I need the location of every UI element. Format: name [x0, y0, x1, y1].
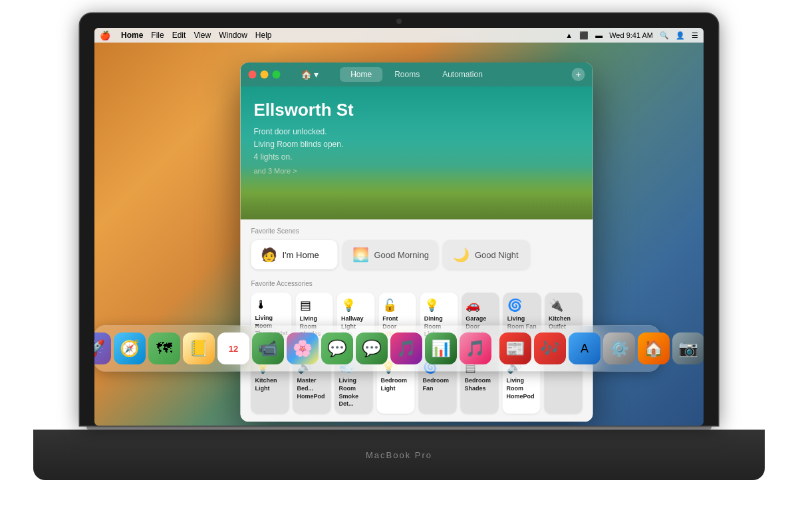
macbook-frame: 🍎 Home File Edit View Window Help ▲ ⬛ ▬ …: [33, 13, 765, 519]
lr-fan-icon: 🌀: [507, 298, 522, 313]
airplay-icon: ⬛: [579, 31, 589, 40]
minimize-button[interactable]: [261, 70, 269, 78]
hallway-light-icon: 💡: [341, 298, 356, 313]
im-home-label: I'm Home: [283, 250, 319, 260]
good-night-label: Good Night: [475, 250, 519, 260]
dock-area: MacBook Pro: [33, 426, 765, 480]
dock-itunesstore[interactable]: 🎵: [390, 332, 422, 364]
tab-automation[interactable]: Automation: [432, 67, 493, 82]
dock-numbers[interactable]: 📊: [425, 332, 457, 364]
thermostat-icon: 🌡: [255, 298, 267, 312]
smoke-det-name: Living Room Smoke Det...: [339, 377, 369, 408]
kitchen-outlet-icon: 🔌: [549, 298, 563, 313]
file-menu[interactable]: File: [151, 31, 164, 40]
dock-itunes[interactable]: 🎵: [460, 332, 491, 364]
dock-camera[interactable]: 📷: [672, 332, 704, 364]
garage-icon: 🚗: [466, 298, 480, 313]
good-morning-label: Good Morning: [374, 250, 429, 260]
close-button[interactable]: [249, 70, 257, 78]
dock-facetime[interactable]: 📹: [252, 332, 284, 364]
dock-notes[interactable]: 📒: [183, 332, 215, 364]
dock-music[interactable]: 🎶: [534, 332, 566, 364]
screen-bezel: 🍎 Home File Edit View Window Help ▲ ⬛ ▬ …: [80, 13, 718, 426]
dock-calendar[interactable]: 12: [217, 332, 249, 364]
bedroom-light-name: Bedroom Light: [381, 377, 411, 392]
bedroom-fan-name: Bedroom Fan: [423, 377, 453, 392]
macbook-label: MacBook Pro: [366, 450, 432, 460]
master-homepod-name: Master Bed... HomePod: [297, 377, 327, 400]
im-home-icon: 🧑: [261, 247, 277, 263]
scene-im-home[interactable]: 🧑 I'm Home: [251, 240, 338, 269]
dock: 🖥 🎤 🚀 🧭 🗺 📒 12 📹 🌸 💬 💬 🎵 📊 🎵 📰: [94, 326, 660, 371]
good-morning-icon: 🌅: [352, 247, 369, 263]
good-night-icon: 🌙: [453, 247, 469, 263]
location-title: Ellsworth St: [254, 100, 580, 120]
hero-overlay: [241, 140, 593, 219]
help-menu[interactable]: Help: [255, 31, 272, 40]
dock-launchpad[interactable]: 🚀: [94, 332, 111, 364]
dock-news[interactable]: 📰: [499, 332, 531, 364]
battery-icon: ▬: [595, 31, 602, 39]
dock-safari[interactable]: 🧭: [114, 332, 146, 364]
dock-messages[interactable]: 💬: [321, 332, 353, 364]
scene-good-morning[interactable]: 🌅 Good Morning: [343, 240, 438, 269]
window-tabs: Home Rooms Automation: [340, 67, 493, 82]
scenes-section: Favorite Scenes 🧑 I'm Home 🌅 Good Mornin…: [241, 219, 593, 275]
tab-rooms[interactable]: Rooms: [384, 67, 430, 82]
hero-section: Ellsworth St Front door unlocked. Living…: [241, 86, 593, 219]
desktop: 🍎 Home File Edit View Window Help ▲ ⬛ ▬ …: [94, 28, 704, 426]
user-icon: 👤: [676, 31, 685, 40]
window-titlebar: 🏠 ▾ Home Rooms Automation +: [241, 63, 593, 86]
macbook-chin: MacBook Pro: [33, 430, 765, 480]
home-nav-icon[interactable]: 🏠 ▾: [301, 69, 319, 80]
list-icon[interactable]: ☰: [692, 31, 698, 40]
camera: [396, 19, 402, 24]
edit-menu[interactable]: Edit: [172, 31, 186, 40]
scenes-label: Favorite Scenes: [251, 227, 583, 235]
window-menu[interactable]: Window: [219, 31, 247, 40]
screen: 🍎 Home File Edit View Window Help ▲ ⬛ ▬ …: [94, 28, 704, 426]
dining-light-icon: 💡: [424, 298, 439, 313]
search-icon[interactable]: 🔍: [660, 31, 669, 40]
dock-appstore[interactable]: A: [569, 332, 600, 364]
front-door-icon: 🔓: [382, 298, 397, 313]
scenes-grid: 🧑 I'm Home 🌅 Good Morning 🌙 Good Night: [251, 240, 583, 269]
add-button[interactable]: +: [572, 68, 585, 81]
clock: Wed 9:41 AM: [609, 31, 653, 39]
dock-prefs[interactable]: ⚙️: [603, 332, 635, 364]
apple-menu-icon[interactable]: 🍎: [100, 31, 110, 41]
traffic-lights: [249, 70, 281, 78]
bedroom-shades-name: Bedroom Shades: [465, 377, 495, 392]
scene-good-night[interactable]: 🌙 Good Night: [444, 240, 530, 269]
wifi-icon: ▲: [565, 31, 573, 39]
dock-photos[interactable]: 🌸: [287, 332, 319, 364]
menubar-left: 🍎 Home File Edit View Window Help: [100, 31, 272, 41]
accessories-label: Favorite Accessories: [251, 280, 583, 287]
menubar-right: ▲ ⬛ ▬ Wed 9:41 AM 🔍 👤 ☰: [565, 31, 698, 40]
lr-homepod-name: Living Room HomePod: [507, 377, 537, 400]
kitchen-light-name: Kitchen Light: [255, 377, 285, 392]
tab-home[interactable]: Home: [340, 67, 382, 82]
maximize-button[interactable]: [273, 70, 281, 78]
dock-home[interactable]: 🏠: [638, 332, 670, 364]
shades-icon: ▤: [300, 298, 311, 313]
menubar: 🍎 Home File Edit View Window Help ▲ ⬛ ▬ …: [94, 28, 704, 43]
dock-maps[interactable]: 🗺: [148, 332, 180, 364]
view-menu[interactable]: View: [194, 31, 211, 40]
status-line-1: Front door unlocked.: [254, 126, 580, 138]
app-name-menu[interactable]: Home: [121, 31, 143, 40]
dock-wechat[interactable]: 💬: [356, 332, 388, 364]
